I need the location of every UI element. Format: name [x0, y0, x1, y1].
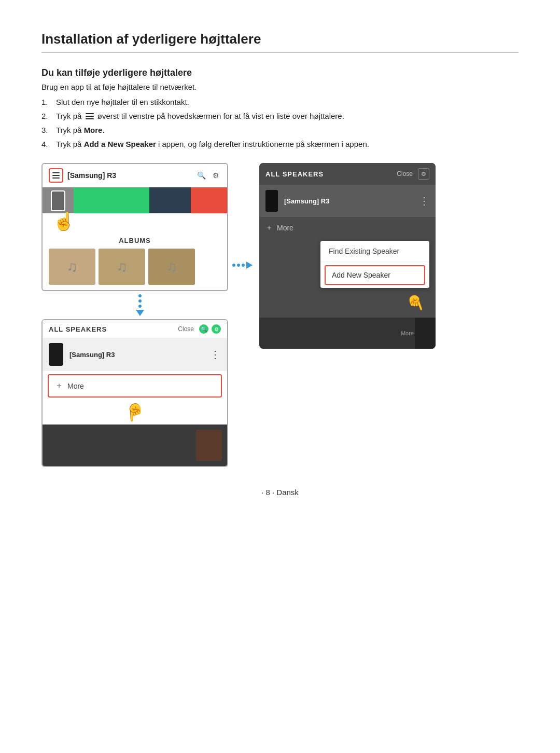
- rp-close[interactable]: Close: [397, 170, 413, 177]
- speaker-panel-header: ALL SPEAKERS Close 🔍 ⚙: [43, 320, 227, 338]
- panel-search-icon[interactable]: 🔍: [199, 324, 208, 334]
- red-strip: [191, 187, 227, 213]
- down-arrow-icon: [136, 294, 144, 316]
- rp-bottom-more: More: [401, 330, 414, 336]
- diagrams-area: [Samsung] R3 🔍 ⚙ ☝ ALBUMS: [41, 163, 519, 467]
- darkblue-strip: [149, 187, 191, 213]
- step-1-text: Slut den nye højttaler til en stikkontak…: [56, 98, 189, 106]
- section-title: Du kan tilføje yderligere højttalere: [41, 67, 519, 78]
- phone-icon: [51, 190, 65, 211]
- step-4: 4. Tryk på Add a New Speaker i appen, og…: [41, 140, 519, 148]
- intro-text: Brug en app til at føje højttalere til n…: [41, 83, 519, 91]
- bottom-speaker-panel: ALL SPEAKERS Close 🔍 ⚙ [Samsung] R3 ⋮ ＋ …: [41, 319, 228, 467]
- step-2-text: Tryk på øverst til venstre på hovedskærm…: [56, 112, 344, 120]
- arrow-down: [41, 291, 239, 319]
- more-bold: More: [84, 126, 103, 134]
- hand-icon-add: ☝: [403, 292, 428, 316]
- right-panel-header: ALL SPEAKERS Close ⚙: [259, 163, 436, 185]
- panel-gear-icon[interactable]: ⚙: [212, 324, 221, 334]
- add-new-speaker-label: Add New Speaker: [332, 271, 390, 279]
- rp-icons: ⚙: [418, 168, 429, 180]
- rp-all-speakers: ALL SPEAKERS: [265, 170, 397, 178]
- page-title: Installation af yderligere højttalere: [41, 31, 519, 53]
- step-num-4: 4.: [41, 140, 53, 148]
- all-speakers-label: ALL SPEAKERS: [49, 325, 178, 333]
- hand-icon-more: ☝: [124, 403, 145, 422]
- find-existing-speaker-item[interactable]: Find Existing Speaker: [320, 241, 429, 262]
- rp-dots-menu[interactable]: ⋮: [419, 195, 429, 207]
- add-new-speaker-bold: Add a New Speaker: [84, 140, 156, 148]
- rp-more-row[interactable]: ＋ More: [259, 218, 436, 238]
- speaker-name-label: [Samsung] R3: [69, 351, 210, 359]
- hamburger-button[interactable]: [49, 168, 63, 183]
- rp-plus-icon: ＋: [265, 223, 273, 232]
- step-3: 3. Tryk på More.: [41, 126, 519, 134]
- album-thumbs: ♫ ♫ ♫: [49, 249, 221, 285]
- dropdown-menu: Find Existing Speaker Add New Speaker: [320, 241, 429, 288]
- speaker-device-icon: [49, 343, 63, 366]
- arrow-dots: [138, 294, 142, 308]
- rp-speaker-name: [Samsung] R3: [284, 197, 419, 205]
- step-num-1: 1.: [41, 98, 53, 106]
- close-label[interactable]: Close: [178, 325, 194, 333]
- step-num-2: 2.: [41, 112, 53, 120]
- more-label: More: [67, 382, 84, 390]
- dots-menu-icon[interactable]: ⋮: [210, 348, 221, 361]
- album-thumb-1: ♫: [49, 249, 95, 285]
- speaker-list-item: [Samsung] R3 ⋮: [43, 338, 227, 371]
- step-4-text: Tryk på Add a New Speaker i appen, og fø…: [56, 140, 369, 148]
- steps-list: 1. Slut den nye højttaler til en stikkon…: [41, 98, 519, 148]
- hand-icon: ☝: [53, 211, 75, 231]
- left-diagram: [Samsung] R3 🔍 ⚙ ☝ ALBUMS: [41, 163, 239, 467]
- page-number: · 8 · Dansk: [41, 488, 519, 497]
- hand-gesture-more: ☝: [43, 401, 227, 425]
- brown-strip: [196, 430, 222, 461]
- step-num-3: 3.: [41, 126, 53, 134]
- rp-bottom-bg: More: [259, 318, 436, 349]
- app-name-label: [Samsung] R3: [67, 171, 192, 180]
- rp-speaker-item: [Samsung] R3 ⋮: [259, 185, 436, 217]
- arrow-right-head: [246, 262, 253, 269]
- plus-icon: ＋: [55, 380, 63, 391]
- top-phone-screen: [Samsung] R3 🔍 ⚙ ☝ ALBUMS: [41, 163, 228, 291]
- right-diagram: ALL SPEAKERS Close ⚙ [Samsung] R3 ⋮ ＋ Mo…: [249, 163, 446, 349]
- right-panel: ALL SPEAKERS Close ⚙ [Samsung] R3 ⋮ ＋ Mo…: [259, 163, 436, 349]
- album-thumb-2: ♫: [99, 249, 145, 285]
- search-icon[interactable]: 🔍: [196, 170, 206, 181]
- hamburger-icon: [86, 113, 94, 119]
- hand-gesture-add: ☝: [259, 294, 436, 318]
- step-1: 1. Slut den nye højttaler til en stikkon…: [41, 98, 519, 106]
- gear-icon[interactable]: ⚙: [211, 170, 221, 181]
- color-strip: [43, 187, 227, 213]
- dark-bg-strip: [43, 425, 227, 466]
- rp-speaker-icon: [265, 190, 278, 212]
- rp-side-strip: [415, 318, 436, 349]
- more-row[interactable]: ＋ More: [48, 374, 222, 398]
- albums-title: ALBUMS: [49, 237, 221, 244]
- right-arrow-connector: [232, 262, 253, 269]
- panel-icons: 🔍 ⚙: [199, 324, 221, 334]
- green-strip: [74, 187, 149, 213]
- albums-section: ALBUMS ♫ ♫ ♫: [43, 231, 227, 290]
- phone-top-bar: [Samsung] R3 🔍 ⚙: [43, 164, 227, 187]
- add-new-speaker-item[interactable]: Add New Speaker: [325, 265, 425, 285]
- phone-icon-strip: [43, 187, 74, 213]
- album-thumb-3: ♫: [148, 249, 195, 285]
- step-2: 2. Tryk på øverst til venstre på hovedsk…: [41, 112, 519, 120]
- hand-gesture-hamburger: ☝: [43, 211, 227, 231]
- rp-more-label: More: [277, 224, 293, 232]
- step-3-text: Tryk på More.: [56, 126, 105, 134]
- rp-icon-1[interactable]: ⚙: [418, 168, 429, 180]
